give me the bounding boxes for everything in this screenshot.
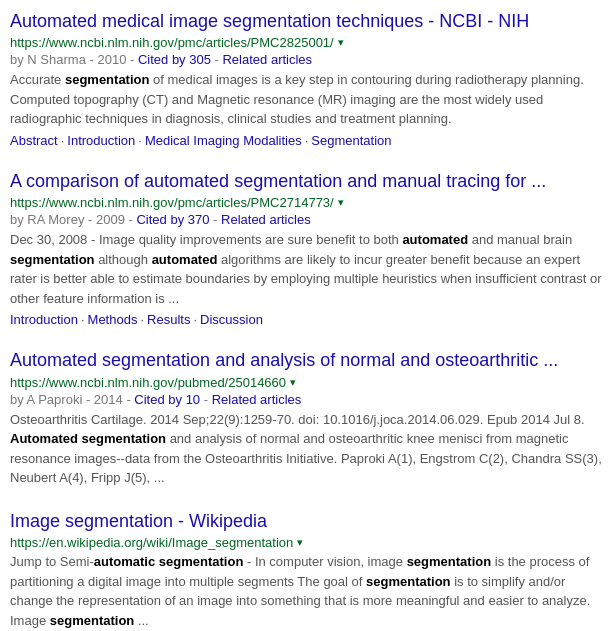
link-separator: · (140, 312, 144, 327)
result-2-link-3[interactable]: Discussion (200, 312, 263, 327)
result-1-meta: by N Sharma - 2010 - Cited by 305 - Rela… (10, 52, 606, 67)
result-3-dropdown-arrow[interactable]: ▾ (290, 376, 296, 389)
result-3-url: https://www.ncbi.nlm.nih.gov/pubmed/2501… (10, 375, 286, 390)
result-2-dropdown-arrow[interactable]: ▾ (338, 196, 344, 209)
result-1-title[interactable]: Automated medical image segmentation tec… (10, 10, 606, 33)
result-4-url: https://en.wikipedia.org/wiki/Image_segm… (10, 535, 293, 550)
result-2: A comparison of automated segmentation a… (10, 170, 606, 327)
result-2-meta: by RA Morey - 2009 - Cited by 370 - Rela… (10, 212, 606, 227)
result-1-related-link[interactable]: Related articles (222, 52, 312, 67)
result-1-snippet: Accurate segmentation of medical images … (10, 70, 606, 129)
link-separator: · (305, 133, 309, 148)
result-4-snippet: Jump to Semi-automatic segmentation - In… (10, 552, 606, 630)
result-3: Automated segmentation and analysis of n… (10, 349, 606, 487)
result-2-url: https://www.ncbi.nlm.nih.gov/pmc/article… (10, 195, 334, 210)
result-1-url-row: https://www.ncbi.nlm.nih.gov/pmc/article… (10, 35, 606, 50)
result-2-cited-link[interactable]: Cited by 370 (136, 212, 209, 227)
result-1: Automated medical image segmentation tec… (10, 10, 606, 148)
result-2-url-row: https://www.ncbi.nlm.nih.gov/pmc/article… (10, 195, 606, 210)
result-2-link-0[interactable]: Introduction (10, 312, 78, 327)
result-3-title[interactable]: Automated segmentation and analysis of n… (10, 349, 606, 372)
link-separator: · (193, 312, 197, 327)
result-3-meta: by A Paproki - 2014 - Cited by 10 - Rela… (10, 392, 606, 407)
link-separator: · (61, 133, 65, 148)
result-1-url: https://www.ncbi.nlm.nih.gov/pmc/article… (10, 35, 334, 50)
result-2-links: Introduction·Methods·Results·Discussion (10, 312, 606, 327)
result-3-snippet: Osteoarthritis Cartilage. 2014 Sep;22(9)… (10, 410, 606, 488)
result-3-cited-link[interactable]: Cited by 10 (134, 392, 200, 407)
result-1-dropdown-arrow[interactable]: ▾ (338, 36, 344, 49)
result-1-link-2[interactable]: Medical Imaging Modalities (145, 133, 302, 148)
result-4: Image segmentation - Wikipediahttps://en… (10, 510, 606, 631)
result-3-related-link[interactable]: Related articles (212, 392, 302, 407)
result-2-title[interactable]: A comparison of automated segmentation a… (10, 170, 606, 193)
search-results: Automated medical image segmentation tec… (10, 10, 606, 631)
link-separator: · (81, 312, 85, 327)
result-1-links: Abstract·Introduction·Medical Imaging Mo… (10, 133, 606, 148)
result-4-dropdown-arrow[interactable]: ▾ (297, 536, 303, 549)
result-1-cited-link[interactable]: Cited by 305 (138, 52, 211, 67)
result-2-related-link[interactable]: Related articles (221, 212, 311, 227)
result-4-title[interactable]: Image segmentation - Wikipedia (10, 510, 606, 533)
result-2-link-2[interactable]: Results (147, 312, 190, 327)
result-3-url-row: https://www.ncbi.nlm.nih.gov/pubmed/2501… (10, 375, 606, 390)
result-1-link-3[interactable]: Segmentation (311, 133, 391, 148)
result-4-url-row: https://en.wikipedia.org/wiki/Image_segm… (10, 535, 606, 550)
result-2-link-1[interactable]: Methods (88, 312, 138, 327)
result-2-snippet: Dec 30, 2008 - Image quality improvement… (10, 230, 606, 308)
link-separator: · (138, 133, 142, 148)
result-1-link-1[interactable]: Introduction (67, 133, 135, 148)
result-1-link-0[interactable]: Abstract (10, 133, 58, 148)
